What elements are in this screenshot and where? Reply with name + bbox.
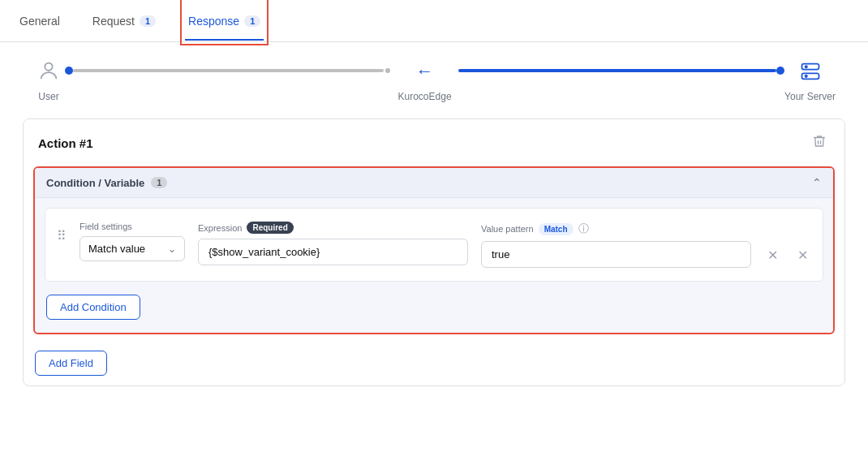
right-connector	[458, 67, 785, 75]
left-connector	[65, 67, 392, 75]
tab-general-label: General	[19, 15, 60, 28]
left-dot-start	[65, 67, 73, 75]
left-dot-end	[384, 67, 392, 75]
condition-title-text: Condition / Variable	[46, 177, 144, 189]
value-pattern-block: Value pattern Match ⓘ	[481, 222, 751, 268]
svg-point-0	[45, 63, 52, 71]
field-settings-block: Field settings Match value ⌄	[79, 222, 185, 261]
action-card: Action #1 Condition / Variable 1 ⌃	[23, 118, 845, 386]
action-title: Action #1	[38, 136, 93, 150]
add-field-row: Add Field	[24, 344, 844, 385]
server-label: Your Server	[784, 91, 836, 102]
value-pattern-label: Value pattern	[481, 224, 534, 234]
condition-count-badge: 1	[151, 177, 167, 188]
condition-title: Condition / Variable 1	[46, 177, 167, 189]
main-content: Action #1 Condition / Variable 1 ⌃	[0, 109, 868, 403]
flow-edge-node: ← KurocoEdge	[398, 58, 452, 102]
tab-request[interactable]: Request 1	[89, 3, 159, 41]
action-delete-button[interactable]	[809, 131, 830, 155]
condition-collapse-button[interactable]: ⌃	[812, 176, 822, 189]
row-clear-button[interactable]: ✕	[764, 244, 781, 266]
tabs-bar: General Request 1 Response 1	[0, 0, 868, 42]
edge-label: KurocoEdge	[398, 91, 452, 102]
user-icon	[32, 58, 65, 84]
svg-rect-2	[801, 73, 819, 79]
tab-response-label: Response	[188, 15, 239, 28]
tab-request-label: Request	[92, 15, 135, 28]
value-pattern-input[interactable]	[481, 241, 751, 268]
left-line	[73, 69, 384, 72]
add-condition-row: Add Condition	[35, 291, 833, 333]
add-condition-button[interactable]: Add Condition	[46, 295, 140, 320]
tab-general[interactable]: General	[16, 3, 63, 41]
expression-input[interactable]	[198, 239, 468, 265]
tab-response[interactable]: Response 1	[185, 3, 264, 41]
chevron-down-icon: ⌄	[168, 243, 176, 255]
edge-icon: ←	[409, 58, 441, 84]
info-icon[interactable]: ⓘ	[578, 222, 589, 236]
add-field-button[interactable]: Add Field	[35, 351, 107, 376]
server-icon	[794, 58, 827, 84]
required-badge: Required	[247, 222, 293, 234]
drag-handle-icon[interactable]: ⠿	[57, 228, 67, 243]
row-delete-button[interactable]: ✕	[794, 244, 811, 266]
field-settings-select[interactable]: Match value ⌄	[79, 236, 185, 261]
tab-response-badge: 1	[244, 15, 260, 27]
tab-request-badge: 1	[140, 15, 156, 27]
right-dot-end	[776, 67, 784, 75]
svg-rect-1	[801, 64, 819, 70]
expression-header: Expression Required	[198, 222, 468, 234]
flow-user-node: User	[32, 58, 65, 102]
expression-label: Expression	[198, 223, 242, 233]
action-header: Action #1	[24, 119, 844, 166]
flow-diagram: User ← KurocoEdge Your Server	[0, 42, 868, 109]
flow-server-node: Your Server	[784, 58, 836, 102]
svg-point-4	[805, 75, 806, 77]
field-settings-label: Field settings	[79, 222, 185, 231]
value-pattern-header: Value pattern Match ⓘ	[481, 222, 751, 236]
condition-field-row: ⠿ Field settings Match value ⌄ Expressio…	[45, 208, 823, 282]
user-label: User	[38, 91, 58, 102]
match-badge[interactable]: Match	[539, 223, 574, 235]
right-line	[458, 69, 777, 72]
expression-block: Expression Required	[198, 222, 468, 265]
condition-variable-section: Condition / Variable 1 ⌃ ⠿ Field setting…	[33, 166, 835, 334]
condition-header: Condition / Variable 1 ⌃	[35, 168, 833, 198]
field-settings-value: Match value	[88, 243, 145, 255]
svg-point-3	[805, 66, 806, 67]
